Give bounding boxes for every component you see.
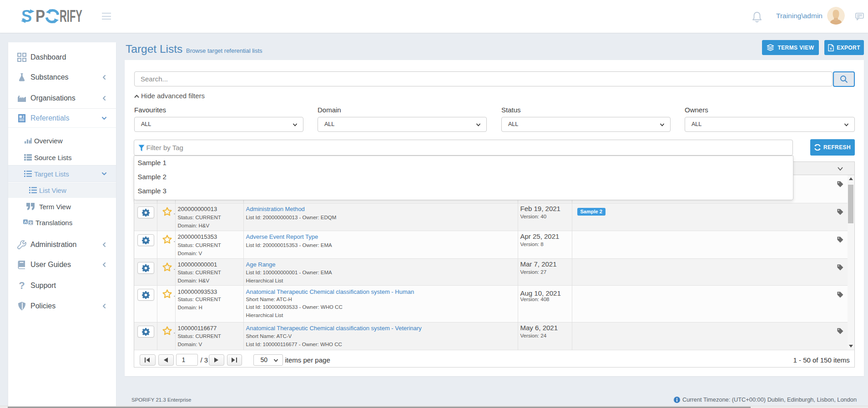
svg-text:P: P: [35, 7, 45, 25]
svg-text:A: A: [24, 220, 27, 224]
svg-text:文: 文: [29, 221, 33, 225]
svg-text:x: x: [830, 46, 832, 50]
svg-text:RIFY: RIFY: [60, 7, 82, 25]
